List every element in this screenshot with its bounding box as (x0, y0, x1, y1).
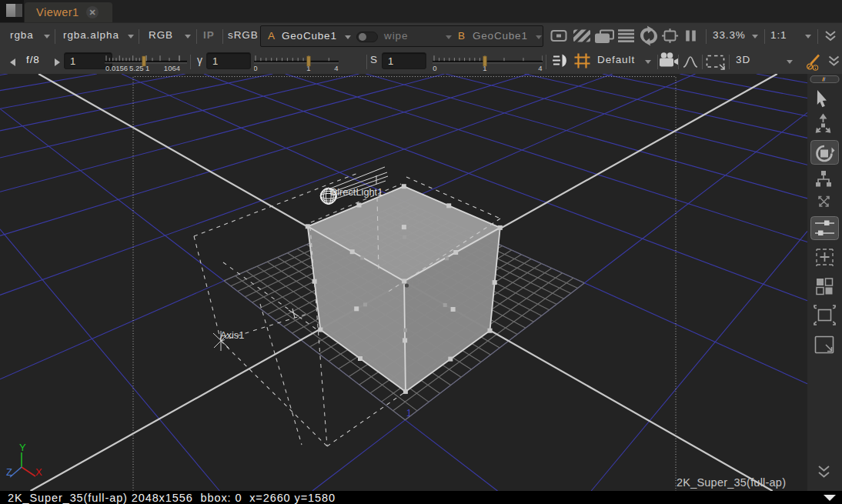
svg-text:0.1: 0.1 (409, 279, 420, 288)
svg-text:1064: 1064 (164, 64, 180, 72)
svg-text:Y: Y (19, 442, 26, 453)
svg-text:0: 0 (254, 64, 258, 72)
svg-text:Axis1: Axis1 (220, 329, 244, 341)
svg-text:X: X (35, 466, 42, 478)
svg-text:DirectLight1: DirectLight1 (330, 186, 383, 198)
svg-text:4: 4 (334, 64, 338, 72)
svg-text:2K_Super_35(full-ap): 2K_Super_35(full-ap) (677, 476, 786, 489)
svg-text:Z: Z (6, 466, 12, 478)
svg-text:0: 0 (433, 64, 436, 72)
